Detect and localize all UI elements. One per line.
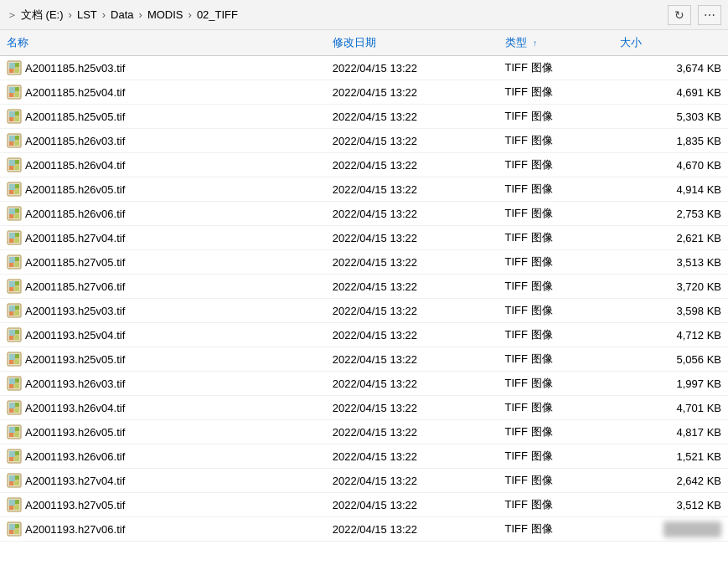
svg-rect-37 <box>9 184 15 190</box>
svg-rect-82 <box>15 336 19 340</box>
table-row[interactable]: A2001193.h25v05.tif 2022/04/15 13:22TIFF… <box>0 347 728 372</box>
svg-rect-18 <box>9 117 13 121</box>
path-lst[interactable]: LST <box>77 8 97 21</box>
tiff-file-icon <box>7 449 22 464</box>
table-row[interactable]: A2001193.h26v03.tif 2022/04/15 13:22TIFF… <box>0 372 728 396</box>
table-row[interactable]: A2001185.h27v06.tif 2022/04/15 13:22TIFF… <box>0 275 728 299</box>
file-table: 名称 修改日期 类型 ↑ 大小 <box>0 30 728 542</box>
table-row[interactable]: A2001185.h27v04.tif 2022/04/15 13:22TIFF… <box>0 226 728 250</box>
table-row[interactable]: A2001193.h25v03.tif 2022/04/15 13:22TIFF… <box>0 299 728 323</box>
file-name-label: A2001193.h26v05.tif <box>25 426 125 439</box>
file-size-cell: 4,817 KB <box>613 420 728 444</box>
table-row[interactable]: A2001193.h27v04.tif 2022/04/15 13:22TIFF… <box>0 469 728 493</box>
column-header-size[interactable]: 大小 <box>613 30 728 56</box>
table-row[interactable]: A2001185.h25v05.tif 2022/04/15 13:22TIFF… <box>0 105 728 129</box>
sort-arrow-type: ↑ <box>533 39 537 48</box>
file-name-label: A2001193.h25v04.tif <box>25 329 125 342</box>
svg-rect-46 <box>9 214 13 218</box>
table-row[interactable]: A2001185.h26v05.tif 2022/04/15 13:22TIFF… <box>0 177 728 202</box>
svg-rect-103 <box>15 408 19 413</box>
svg-rect-131 <box>15 506 19 510</box>
more-button[interactable]: ⋯ <box>698 5 721 25</box>
svg-rect-53 <box>9 239 13 243</box>
svg-rect-80 <box>15 330 19 334</box>
tiff-file-icon <box>7 254 22 270</box>
column-header-type[interactable]: 类型 ↑ <box>498 30 613 56</box>
svg-rect-4 <box>9 69 13 73</box>
path-data[interactable]: Data <box>111 8 133 21</box>
column-header-name[interactable]: 名称 <box>0 30 326 56</box>
file-type-cell: TIFF 图像 <box>498 493 613 517</box>
file-date-cell: 2022/04/15 13:22 <box>326 493 498 517</box>
file-size-cell: 1,521 KB <box>613 444 728 469</box>
table-row[interactable]: A2001185.h26v04.tif 2022/04/15 13:22TIFF… <box>0 153 728 177</box>
svg-rect-72 <box>9 306 15 311</box>
path-modis[interactable]: MODIS <box>147 8 183 21</box>
table-row[interactable]: A2001185.h26v03.tif 2022/04/15 13:22TIFF… <box>0 129 728 153</box>
table-row[interactable]: A2001193.h26v05.tif 2022/04/15 13:22TIFF… <box>0 420 728 444</box>
svg-rect-102 <box>9 408 13 413</box>
file-size-cell: 2,621 KB <box>613 226 728 250</box>
file-date-cell: 2022/04/15 13:22 <box>326 202 498 226</box>
svg-rect-54 <box>15 239 19 243</box>
file-name-label: A2001185.h25v04.tif <box>25 86 125 99</box>
file-name-label: A2001185.h26v04.tif <box>25 159 125 172</box>
svg-rect-86 <box>9 354 15 360</box>
svg-rect-33 <box>15 166 19 170</box>
file-type-cell: TIFF 图像 <box>498 56 613 80</box>
svg-rect-123 <box>9 481 13 485</box>
column-header-date[interactable]: 修改日期 <box>326 30 498 56</box>
svg-rect-122 <box>15 475 19 480</box>
table-row[interactable]: A2001193.h27v06.tif 2022/04/15 13:22TIFF… <box>0 517 728 542</box>
svg-rect-100 <box>9 403 15 408</box>
table-row[interactable]: A2001185.h26v06.tif 2022/04/15 13:22TIFF… <box>0 202 728 226</box>
tiff-file-icon <box>7 133 22 148</box>
svg-rect-96 <box>15 384 19 388</box>
svg-rect-47 <box>15 214 19 218</box>
svg-rect-117 <box>15 457 19 461</box>
svg-rect-38 <box>15 184 19 188</box>
file-size-cell: 3,674 KB <box>613 56 728 80</box>
file-date-cell: 2022/04/15 13:22 <box>326 105 498 129</box>
file-size-cell: 0,000 KB <box>613 517 728 542</box>
svg-rect-109 <box>9 433 13 437</box>
file-name-label: A2001193.h26v06.tif <box>25 450 125 463</box>
file-name-cell: A2001193.h26v06.tif <box>0 444 326 469</box>
path-02tiff[interactable]: 02_TIFF <box>197 8 238 21</box>
table-row[interactable]: A2001193.h26v04.tif 2022/04/15 13:22TIFF… <box>0 396 728 420</box>
svg-rect-137 <box>9 530 13 534</box>
svg-rect-58 <box>9 257 15 263</box>
svg-rect-130 <box>9 506 13 510</box>
file-name-cell: A2001185.h27v04.tif <box>0 226 326 250</box>
file-size-cell: 2,753 KB <box>613 202 728 226</box>
tiff-file-icon <box>7 85 22 100</box>
refresh-button[interactable]: ↻ <box>668 5 691 25</box>
table-row[interactable]: A2001185.h25v04.tif 2022/04/15 13:22TIFF… <box>0 80 728 105</box>
svg-rect-2 <box>9 63 15 69</box>
file-size-cell: 4,914 KB <box>613 177 728 202</box>
file-name-cell: A2001193.h26v05.tif <box>0 420 326 444</box>
file-name-cell: A2001193.h27v04.tif <box>0 469 326 493</box>
file-date-cell: 2022/04/15 13:22 <box>326 444 498 469</box>
table-row[interactable]: A2001193.h27v05.tif 2022/04/15 13:22TIFF… <box>0 493 728 517</box>
file-size-cell: 4,701 KB <box>613 396 728 420</box>
table-row[interactable]: A2001193.h26v06.tif 2022/04/15 13:22TIFF… <box>0 444 728 469</box>
file-name-cell: A2001193.h26v04.tif <box>0 396 326 420</box>
svg-rect-5 <box>15 69 19 73</box>
file-name-label: A2001193.h26v04.tif <box>25 402 125 414</box>
address-bar: ＞ 文档 (E:) › LST › Data › MODIS › 02_TIFF… <box>0 0 728 30</box>
path-documents[interactable]: 文档 (E:) <box>21 8 64 23</box>
svg-rect-39 <box>9 190 13 194</box>
table-row[interactable]: A2001185.h27v05.tif 2022/04/15 13:22TIFF… <box>0 250 728 275</box>
svg-rect-17 <box>15 111 19 116</box>
file-list-area[interactable]: 名称 修改日期 类型 ↑ 大小 <box>0 30 728 565</box>
file-name-cell: A2001185.h25v04.tif <box>0 80 326 105</box>
table-row[interactable]: A2001185.h25v03.tif 2022/04/15 13:22TIFF… <box>0 56 728 80</box>
svg-rect-94 <box>15 378 19 383</box>
file-size-cell: 2,642 KB <box>613 469 728 493</box>
file-type-cell: TIFF 图像 <box>498 177 613 202</box>
svg-rect-25 <box>9 141 13 146</box>
table-row[interactable]: A2001193.h25v04.tif 2022/04/15 13:22TIFF… <box>0 323 728 347</box>
file-name-cell: A2001193.h25v03.tif <box>0 299 326 323</box>
tiff-file-icon <box>7 521 22 537</box>
